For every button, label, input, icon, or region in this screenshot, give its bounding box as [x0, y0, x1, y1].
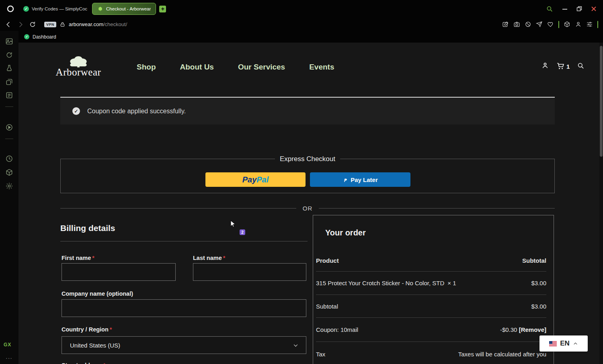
paypal-p-icon: [343, 176, 348, 183]
gx-sidebar: GX ···: [0, 31, 18, 364]
gx-logo-label[interactable]: GX: [4, 342, 11, 348]
scrollbar-thumb[interactable]: [600, 46, 603, 157]
panel-settings-icon[interactable]: [586, 21, 593, 28]
first-name-input[interactable]: [62, 263, 176, 281]
order-subtotal-row: Subtotal $3.00: [316, 295, 546, 318]
site-nav: Shop About Us Our Services Events: [137, 63, 334, 72]
extensions-icon[interactable]: [5, 168, 13, 176]
order-tax-row: Tax Taxes will be calculated after you: [316, 342, 546, 364]
blocker-icon[interactable]: [525, 21, 531, 28]
order-summary-box: Your order Product Subtotal 315 Protect …: [313, 215, 554, 364]
sidebar-divider: [5, 139, 13, 139]
order-coupon-row: Coupon: 10mail -$0.30 [Remove]: [316, 318, 546, 342]
opera-gx-logo-icon[interactable]: [6, 4, 15, 14]
or-divider: OR: [60, 205, 555, 212]
tab-label: Checkout - Arborwear: [106, 6, 151, 11]
autofill-badge[interactable]: 2: [240, 229, 245, 235]
edit-note-icon[interactable]: [502, 21, 509, 28]
address-bar: VPN arborwear.com/checkout/: [0, 18, 603, 31]
paypal-wordmark: Pal: [256, 175, 269, 184]
window-controls: [546, 5, 599, 12]
country-select[interactable]: United States (US): [62, 336, 306, 354]
back-button[interactable]: [5, 21, 12, 28]
cart-icon: [556, 62, 565, 70]
snapshot-camera-icon[interactable]: [513, 21, 520, 28]
coupon-notice: ✓ Coupon code applied successfully.: [60, 97, 555, 125]
item-price: $3.00: [531, 280, 546, 286]
cart-button[interactable]: 1: [556, 62, 570, 70]
tab-verify-codes[interactable]: ✓ Verify Codes — SimplyCoc: [18, 3, 92, 15]
checkout-page: Arborwear Shop About Us Our Services Eve…: [18, 43, 603, 364]
profile-icon[interactable]: [575, 21, 582, 28]
bookmarks-bar: ✓ Dashboard: [18, 31, 603, 43]
billing-rule: [60, 241, 308, 241]
simplycodes-favicon-icon: ✓: [23, 6, 29, 12]
booster-flask-icon[interactable]: [5, 64, 13, 72]
url-text: arborwear.com/checkout/: [69, 21, 127, 27]
item-name: 315 Protect Your Crotch Sticker - No Col…: [316, 280, 444, 286]
speed-dial-icon[interactable]: [5, 37, 13, 45]
forward-button[interactable]: [17, 21, 24, 28]
paypal-button[interactable]: PayPal: [205, 172, 306, 187]
toolbar-separator: [597, 21, 598, 28]
nav-events[interactable]: Events: [309, 63, 334, 72]
nav-about-us[interactable]: About Us: [180, 63, 214, 72]
tax-note: Taxes will be calculated after you: [458, 351, 546, 358]
restore-button[interactable]: [576, 6, 582, 12]
pay-later-label: Pay Later: [351, 176, 378, 183]
language-switcher[interactable]: EN: [539, 335, 588, 352]
new-tab-button[interactable]: +: [159, 6, 166, 12]
close-button[interactable]: [591, 6, 597, 12]
playlist-icon[interactable]: [5, 91, 13, 99]
mouse-cursor: [229, 219, 237, 228]
last-name-input[interactable]: [193, 263, 306, 281]
toolbar-separator: [558, 21, 559, 28]
pay-later-button[interactable]: Pay Later: [310, 172, 410, 187]
bookmark-dashboard[interactable]: Dashboard: [33, 34, 56, 40]
settings-gear-icon[interactable]: [5, 182, 13, 190]
favorites-heart-icon[interactable]: [547, 21, 554, 28]
extensions-cube-icon[interactable]: [564, 21, 570, 28]
last-name-label: Last name*: [193, 255, 225, 261]
coupon-remove-link[interactable]: [Remove]: [519, 326, 546, 333]
send-flow-icon[interactable]: [536, 21, 543, 28]
col-product: Product: [316, 257, 339, 264]
sidebar-divider: [5, 106, 13, 107]
tab-label: Verify Codes — SimplyCoc: [32, 6, 87, 11]
lock-icon: [60, 22, 65, 27]
tab-checkout-arborwear[interactable]: Checkout - Arborwear: [92, 3, 156, 15]
vpn-badge[interactable]: VPN: [44, 22, 56, 27]
notice-text: Coupon code applied successfully.: [87, 108, 186, 115]
order-title: Your order: [325, 228, 366, 237]
order-header-row: Product Subtotal: [316, 249, 546, 272]
tab-search-icon[interactable]: [546, 5, 553, 12]
tax-label: Tax: [316, 351, 325, 358]
nav-shop[interactable]: Shop: [137, 63, 156, 72]
company-input[interactable]: [62, 299, 306, 317]
site-header-icons: 1: [541, 61, 585, 71]
billing-details-title: Billing details: [60, 223, 115, 233]
col-subtotal: Subtotal: [522, 257, 546, 264]
chevron-up-icon: [573, 341, 578, 346]
site-search-icon[interactable]: [577, 62, 585, 71]
minimize-button[interactable]: [562, 6, 568, 12]
express-checkout-title: Express Checkout: [275, 155, 340, 163]
site-logo[interactable]: Arborwear: [48, 55, 109, 78]
tab-islands-icon[interactable]: [5, 78, 13, 86]
coupon-label: Coupon: 10mail: [316, 326, 358, 333]
player-icon[interactable]: [5, 123, 13, 131]
history-clock-icon[interactable]: [5, 155, 13, 163]
divider-line: [60, 208, 296, 209]
country-value: United States (US): [70, 342, 120, 349]
nav-our-services[interactable]: Our Services: [238, 63, 285, 72]
account-icon[interactable]: [541, 61, 549, 71]
street-address-label: Street address*: [62, 362, 105, 364]
arborwear-favicon-icon: [97, 6, 103, 12]
url-field[interactable]: VPN arborwear.com/checkout/: [44, 21, 497, 27]
reload-button[interactable]: [29, 21, 36, 28]
sidebar-more-button[interactable]: ···: [6, 355, 12, 361]
main-row: GX ··· ✓ Dashboard Arborwear Shop About …: [0, 31, 603, 364]
gx-corner-icon[interactable]: [5, 51, 13, 59]
paypal-wordmark: Pay: [242, 175, 257, 184]
or-text: OR: [303, 205, 313, 212]
